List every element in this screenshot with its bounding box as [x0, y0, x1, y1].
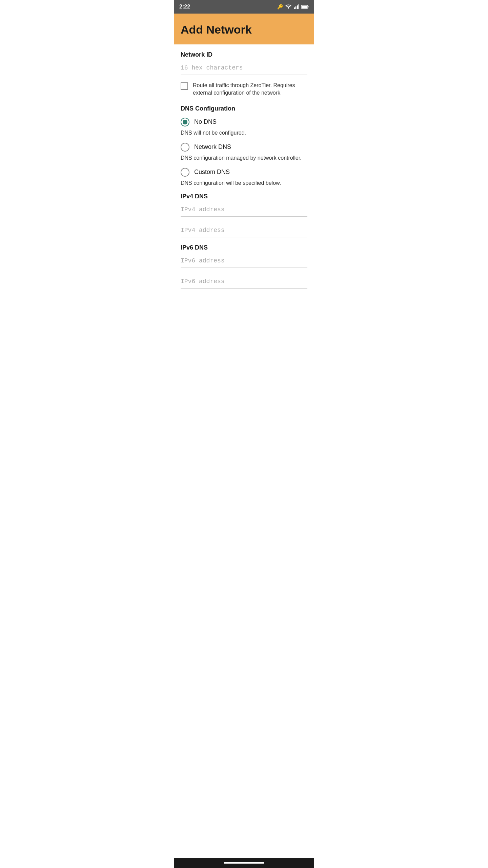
custom-dns-description: DNS configuration will be specified belo…: [181, 180, 307, 186]
network-id-label: Network ID: [181, 51, 307, 58]
no-dns-radio-inner: [183, 120, 187, 124]
no-dns-label: No DNS: [194, 118, 217, 125]
svg-rect-0: [294, 7, 295, 9]
network-dns-radio[interactable]: [181, 143, 189, 152]
route-traffic-checkbox[interactable]: [181, 82, 188, 90]
ipv6-dns-label: IPv6 DNS: [181, 244, 307, 251]
svg-rect-2: [297, 5, 298, 9]
ipv4-address-input-2[interactable]: [181, 223, 307, 237]
dns-config-label: DNS Configuration: [181, 105, 307, 112]
custom-dns-radio[interactable]: [181, 168, 189, 177]
page-header: Add Network: [174, 14, 314, 44]
network-id-input[interactable]: [181, 61, 307, 75]
no-dns-radio-row[interactable]: No DNS: [181, 118, 307, 126]
svg-rect-5: [302, 6, 307, 8]
status-icons: 🔑: [277, 4, 309, 9]
custom-dns-label: Custom DNS: [194, 169, 230, 176]
wifi-icon: [285, 4, 292, 9]
route-traffic-row[interactable]: Route all traffic through ZeroTier. Requ…: [181, 82, 307, 97]
custom-dns-radio-row[interactable]: Custom DNS: [181, 168, 307, 177]
route-traffic-label: Route all traffic through ZeroTier. Requ…: [193, 82, 307, 97]
status-bar: 2:22 🔑: [174, 0, 314, 14]
no-dns-radio[interactable]: [181, 118, 189, 126]
svg-rect-3: [299, 4, 300, 9]
network-dns-label: Network DNS: [194, 143, 231, 151]
ipv4-address-input-1[interactable]: [181, 203, 307, 217]
form-content: Network ID Route all traffic through Zer…: [174, 44, 314, 302]
svg-rect-1: [296, 6, 297, 9]
ipv4-dns-label: IPv4 DNS: [181, 193, 307, 200]
battery-icon: [301, 5, 309, 9]
ipv6-address-input-2[interactable]: [181, 275, 307, 289]
network-dns-description: DNS configuration managed by network con…: [181, 155, 307, 161]
ipv6-address-input-1[interactable]: [181, 254, 307, 268]
key-icon: 🔑: [277, 4, 283, 9]
signal-icon: [294, 4, 299, 9]
ipv4-dns-section: IPv4 DNS: [181, 193, 307, 244]
network-dns-radio-row[interactable]: Network DNS: [181, 143, 307, 152]
no-dns-description: DNS will not be configured.: [181, 130, 307, 136]
svg-rect-6: [308, 6, 309, 7]
page-title: Add Network: [181, 23, 307, 36]
status-time: 2:22: [179, 4, 190, 10]
ipv6-dns-section: IPv6 DNS: [181, 244, 307, 295]
